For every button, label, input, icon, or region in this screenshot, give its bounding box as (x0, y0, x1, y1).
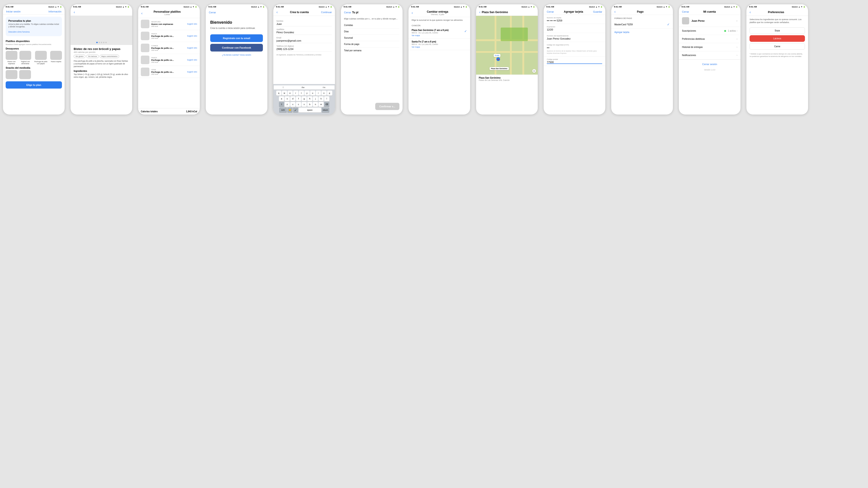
key-g[interactable]: g (302, 96, 307, 101)
key-a[interactable]: a (279, 96, 284, 101)
key-f[interactable]: f (296, 96, 301, 101)
suggest-0[interactable]: Sugerir otro (187, 23, 197, 25)
key-return[interactable]: return (322, 107, 329, 112)
key-shift[interactable]: ⇧ (279, 102, 284, 107)
key-space[interactable]: space (299, 107, 321, 112)
pref-option-carne[interactable]: Carne (749, 43, 805, 50)
food-item-3[interactable]: Pechuga de pollo con papas (33, 51, 49, 65)
key-c[interactable]: c (296, 102, 301, 107)
suggest-4[interactable]: Sugerir otro (187, 71, 197, 73)
food-item-4[interactable]: Huevo espina (50, 51, 62, 65)
back-button-3[interactable]: ‹ (141, 11, 143, 15)
card-value-2[interactable]: Juan Perez Gonzalez (547, 37, 602, 40)
key-r[interactable]: r (293, 91, 298, 96)
back-button-5[interactable]: ‹ (276, 10, 278, 14)
location-item-0[interactable]: ✓ Plaza San Gerónimo (7 am a 8 pm) 900 m… (408, 27, 470, 39)
key-m[interactable]: m (318, 102, 324, 107)
email-register-button[interactable]: Regístrate con tu email (210, 34, 263, 42)
loc-addr-1: 900 m · Av. La Luna 45, Centro (412, 43, 467, 45)
postal-value[interactable]: 77500 (547, 61, 602, 64)
total-label: Calorías totales (141, 110, 158, 113)
hero-link[interactable]: Descubre cómo funciona (8, 31, 30, 33)
meal-info-0: DESAYUNO Huevo con espinacas 290 kcal (151, 21, 185, 27)
login-action-link[interactable]: Inicia sesión (240, 54, 251, 56)
key-d[interactable]: d (290, 96, 296, 101)
menu-item-2[interactable]: Historial de entregas › (679, 43, 741, 51)
key-k[interactable]: k (318, 96, 324, 101)
key-s[interactable]: s (285, 96, 290, 101)
food-item-2[interactable]: Yoghurt con almendras (19, 51, 31, 65)
cancel-button-9[interactable]: Cerrar (547, 10, 554, 13)
map-info-icon[interactable]: ⓘ (532, 69, 536, 73)
tag-2: Sin lactosa (86, 55, 99, 58)
suggest-3[interactable]: Sugerir otro (187, 59, 197, 61)
field-value-0[interactable]: Juan (276, 23, 332, 26)
close-button-11[interactable]: Cerrar (682, 10, 689, 13)
card-value-3[interactable]: ••• (547, 46, 602, 49)
facebook-button[interactable]: Continuar con Facebook (210, 44, 263, 52)
key-o[interactable]: o (321, 91, 327, 96)
meal-row-1: SNACK Pechuga de pollo co... 290 kcal Su… (138, 30, 200, 42)
continuar-button[interactable]: Continuar (321, 11, 332, 13)
key-z[interactable]: z (285, 102, 290, 107)
add-card-link[interactable]: Agregar tarjeta (611, 29, 673, 36)
user-row[interactable]: Juan Perez › (679, 15, 741, 27)
loc-link-1[interactable]: Ver mapa (412, 46, 467, 48)
login-link[interactable]: Iniciar sesión (6, 10, 21, 13)
menu-item-1[interactable]: Preferencias dietéticas › (679, 35, 741, 43)
info-link[interactable]: Información (49, 10, 61, 13)
menu-item-0[interactable]: Suscripciones 1 activa › (679, 27, 741, 35)
key-l[interactable]: l (324, 96, 329, 101)
key-b[interactable]: b (307, 102, 312, 107)
field-value-3[interactable]: (998) 123-1234 (276, 48, 332, 52)
key-v[interactable]: v (302, 102, 307, 107)
key-emoji[interactable]: 😊 (287, 107, 292, 112)
plan-button[interactable]: Elige tu plan (6, 81, 62, 89)
back-button-7[interactable]: ‹ (412, 11, 413, 15)
location-item-1[interactable]: Santa Fe (7 am a 8 pm) 900 m · Av. La Lu… (408, 39, 470, 50)
key-t[interactable]: t (299, 91, 304, 96)
key-u[interactable]: u (310, 91, 315, 96)
card-value-1[interactable]: 12/20 (547, 28, 602, 31)
suggest-1[interactable]: Sugerir otro (187, 35, 197, 37)
key-x[interactable]: x (290, 102, 296, 107)
payment-method-0[interactable]: MasterCard *5259 ✓ (611, 20, 673, 29)
pref-option-soya[interactable]: Soya (749, 27, 805, 34)
back-button-10[interactable]: ‹ (614, 10, 616, 14)
key-h[interactable]: h (307, 96, 312, 101)
key-e[interactable]: e (287, 91, 293, 96)
key-i[interactable]: i (316, 91, 321, 96)
card-value-0[interactable]: ••• ••• ••• 5259 (547, 19, 602, 22)
key-n[interactable]: n (313, 102, 318, 107)
map-area[interactable]: 🚗 5 min Plaza San Gerónimo ⓘ (476, 16, 538, 74)
back-button-8[interactable]: ‹ (479, 10, 480, 14)
close-button-4[interactable]: Cerrar (209, 11, 216, 14)
logout-button[interactable]: Cerrar sesión (679, 59, 741, 69)
key-mic[interactable]: 🎤 (293, 107, 298, 112)
loc-link-0[interactable]: Ver mapa (412, 34, 467, 37)
bat-8: 🔋 (533, 6, 535, 8)
key-123[interactable]: 123 (279, 107, 287, 112)
key-q[interactable]: q (276, 91, 281, 96)
back-button-2[interactable]: ‹ (74, 10, 75, 14)
kb-suggest: l the I'm (274, 86, 335, 90)
menu-item-3[interactable]: Notificaciones › (679, 51, 741, 59)
suggest-2[interactable]: Sugerir otro (187, 47, 197, 49)
pref-option-lacteos[interactable]: Lácteos (749, 35, 805, 42)
meal-thumb-4 (141, 68, 149, 76)
key-p[interactable]: p (327, 91, 332, 96)
save-button-9[interactable]: Guardar (593, 10, 602, 13)
badge-text-0: 1 activa (728, 30, 736, 32)
key-j[interactable]: j (313, 96, 318, 101)
food-item-1[interactable]: Huevo con espinaca (6, 51, 18, 65)
back-button-12[interactable]: ‹ (749, 10, 751, 14)
key-y[interactable]: y (305, 91, 310, 96)
field-value-1[interactable]: Pérez González (276, 31, 332, 35)
key-delete[interactable]: ⌫ (324, 102, 329, 107)
confirm-plan-button[interactable]: Confirmar s... (375, 103, 399, 110)
carrier-10: Sketch (657, 6, 662, 8)
key-w[interactable]: w (282, 91, 287, 96)
field-value-2[interactable]: juanperez@gmail.com (276, 39, 332, 43)
cerrar-button-6[interactable]: Cerrar (344, 11, 351, 14)
dot-1 (96, 42, 98, 43)
